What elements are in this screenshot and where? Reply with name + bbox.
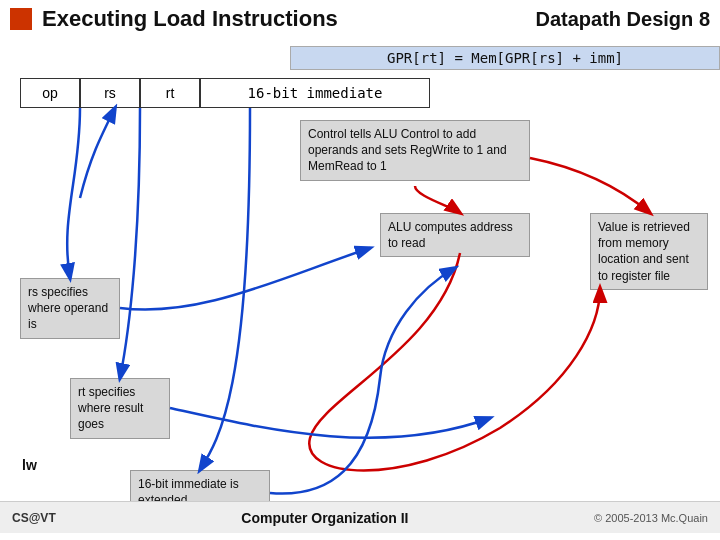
imm-field: 16-bit immediate [200,78,430,108]
accent-icon [10,8,32,30]
gpr-equation: GPR[rt] = Mem[GPR[rs] + imm] [290,46,720,70]
instruction-fields: op rs rt 16-bit immediate [20,78,720,108]
section-title: Datapath Design 8 [536,8,711,31]
page-number: 8 [699,8,710,30]
rt-info-box: rt specifies where result goes [70,378,170,439]
value-info-box: Value is retrieved from memory location … [590,213,708,290]
datapath-label: Datapath Design [536,8,694,30]
header: Executing Load Instructions Datapath Des… [0,0,720,38]
alu-info-box: ALU computes address to read [380,213,530,257]
lw-label: lw [22,457,37,473]
rs-field: rs [80,78,140,108]
control-info-box: Control tells ALU Control to add operand… [300,120,530,181]
footer-school: CS@VT [12,511,56,525]
footer-course: Computer Organization II [241,510,408,526]
footer-copyright: © 2005-2013 Mc.Quain [594,512,708,524]
footer: CS@VT Computer Organization II © 2005-20… [0,501,720,533]
rs-info-box: rs specifies where operand is [20,278,120,339]
op-field: op [20,78,80,108]
page-title: Executing Load Instructions [42,6,536,32]
rt-field: rt [140,78,200,108]
main-content: GPR[rt] = Mem[GPR[rs] + imm] op rs rt 16… [0,38,720,533]
